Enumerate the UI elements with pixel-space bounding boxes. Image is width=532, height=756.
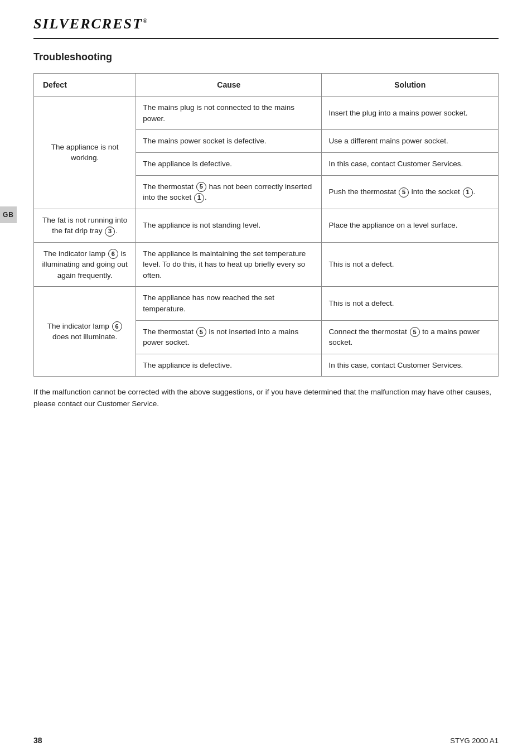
circled-number: 3 bbox=[105, 227, 115, 237]
logo-registered: ® bbox=[143, 17, 148, 24]
page-number: 38 bbox=[33, 736, 42, 745]
solution-cell: In this case, contact Customer Services. bbox=[322, 152, 499, 175]
header-solution: Solution bbox=[322, 74, 499, 97]
logo-text: SilverCrest bbox=[33, 16, 143, 32]
gb-tab: GB bbox=[0, 206, 17, 223]
circled-number: 5 bbox=[196, 182, 206, 192]
cause-cell: The thermostat 5 is not inserted into a … bbox=[136, 320, 322, 354]
footer-note: If the malfunction cannot be corrected w… bbox=[33, 387, 499, 410]
logo: SilverCrest® bbox=[33, 16, 148, 32]
defect-cell: The fat is not running into the fat drip… bbox=[34, 209, 136, 242]
defect-cell: The indicator lamp 6 is illuminating and… bbox=[34, 242, 136, 287]
cause-cell: The mains plug is not connected to the m… bbox=[136, 97, 322, 130]
defect-cell: The indicator lamp 6 does not illuminate… bbox=[34, 287, 136, 377]
solution-cell: Connect the thermostat 5 to a mains powe… bbox=[322, 320, 499, 354]
cause-cell: The appliance is defective. bbox=[136, 354, 322, 377]
section-title: Troubleshooting bbox=[33, 51, 499, 63]
page-footer: 38 STYG 2000 A1 bbox=[33, 736, 499, 745]
table-row: The appliance is not working.The mains p… bbox=[34, 97, 499, 130]
defect-cell: The appliance is not working. bbox=[34, 97, 136, 209]
circled-number: 1 bbox=[194, 193, 204, 203]
circled-number: 5 bbox=[410, 327, 420, 337]
header-defect: Defect bbox=[34, 74, 136, 97]
circled-number: 5 bbox=[196, 327, 206, 337]
model-name: STYG 2000 A1 bbox=[450, 736, 499, 745]
cause-cell: The appliance is maintaining the set tem… bbox=[136, 242, 322, 287]
troubleshooting-table: Defect Cause Solution The appliance is n… bbox=[33, 73, 499, 377]
table-row: The indicator lamp 6 does not illuminate… bbox=[34, 287, 499, 320]
solution-cell: Push the thermostat 5 into the socket 1. bbox=[322, 175, 499, 209]
solution-cell: Insert the plug into a mains power socke… bbox=[322, 97, 499, 130]
circled-number: 6 bbox=[112, 321, 122, 331]
cause-cell: The appliance is not standing level. bbox=[136, 209, 322, 242]
solution-cell: Use a different mains power socket. bbox=[322, 130, 499, 153]
solution-cell: This is not a defect. bbox=[322, 242, 499, 287]
page-wrapper: SilverCrest® GB Troubleshooting Defect C… bbox=[0, 0, 532, 756]
header-cause: Cause bbox=[136, 74, 322, 97]
solution-cell: This is not a defect. bbox=[322, 287, 499, 320]
solution-cell: In this case, contact Customer Services. bbox=[322, 354, 499, 377]
page-header: SilverCrest® bbox=[33, 16, 499, 39]
circled-number: 5 bbox=[399, 187, 409, 198]
cause-cell: The mains power socket is defective. bbox=[136, 130, 322, 153]
cause-cell: The thermostat 5 has not been correctly … bbox=[136, 175, 322, 209]
circled-number: 1 bbox=[463, 187, 473, 198]
cause-cell: The appliance has now reached the set te… bbox=[136, 287, 322, 320]
table-row: The fat is not running into the fat drip… bbox=[34, 209, 499, 242]
cause-cell: The appliance is defective. bbox=[136, 152, 322, 175]
table-header-row: Defect Cause Solution bbox=[34, 74, 499, 97]
solution-cell: Place the appliance on a level surface. bbox=[322, 209, 499, 242]
circled-number: 6 bbox=[108, 249, 118, 259]
table-row: The indicator lamp 6 is illuminating and… bbox=[34, 242, 499, 287]
